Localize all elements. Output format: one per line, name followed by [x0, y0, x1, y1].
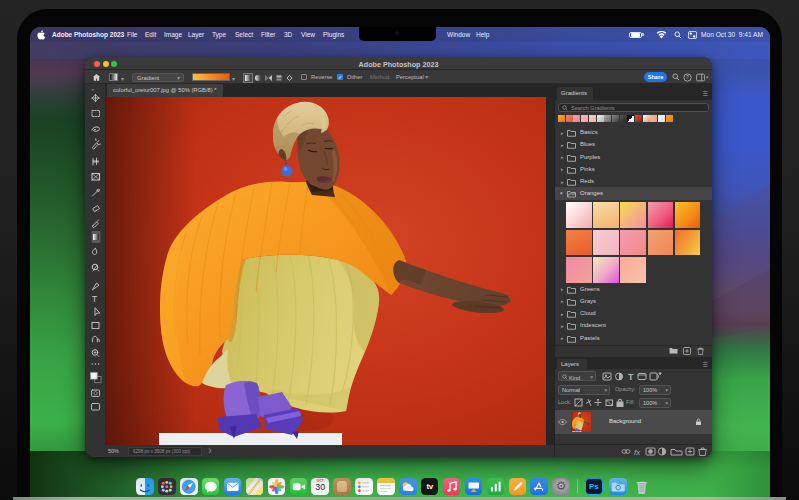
svg-text:?: ?: [686, 74, 689, 80]
svg-text:»: »: [91, 86, 95, 92]
svg-text:T: T: [92, 294, 98, 304]
svg-text:T: T: [628, 372, 634, 381]
svg-text:fx: fx: [634, 448, 641, 457]
